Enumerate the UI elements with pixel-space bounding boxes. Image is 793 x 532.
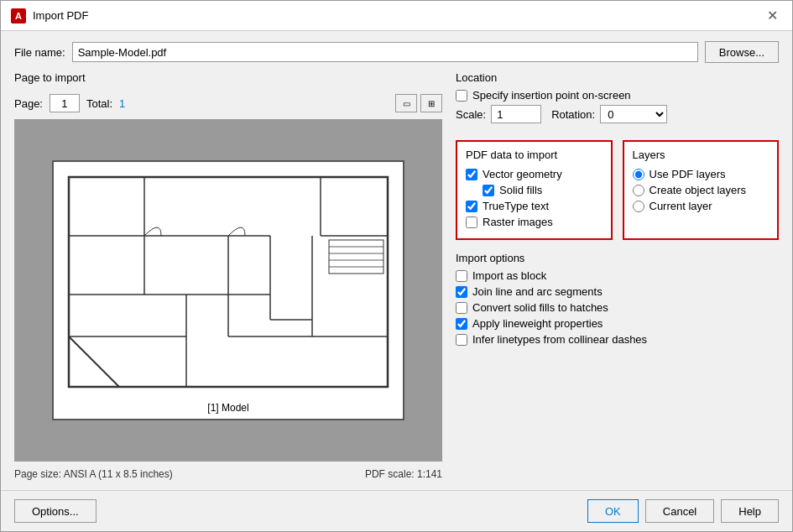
pdf-data-title: PDF data to import	[466, 149, 603, 161]
raster-label: Raster images	[483, 216, 553, 228]
layers-box: Layers Use PDF layers Create object laye…	[623, 140, 780, 240]
dialog-title: Import PDF	[33, 9, 88, 22]
location-section: Location Specify insertion point on-scre…	[456, 71, 779, 123]
insertion-point-label: Specify insertion point on-screen	[472, 89, 631, 102]
app-icon: A	[11, 8, 26, 23]
current-layer-label: Current layer	[650, 200, 712, 212]
import-options-section: Import options Import as block Join line…	[456, 252, 779, 349]
view-buttons: ▭ ⊞	[395, 94, 442, 112]
page-to-import-label: Page to import	[14, 71, 442, 84]
preview-label: [1] Model	[207, 402, 248, 414]
main-content: Page to import Page: Total: 1 ▭ ⊞	[14, 71, 779, 480]
convert-fills-label: Convert solid fills to hatches	[472, 301, 608, 314]
apply-lineweight-label: Apply lineweight properties	[472, 317, 603, 330]
file-name-input[interactable]	[72, 42, 698, 62]
options-button[interactable]: Options...	[14, 499, 97, 523]
browse-button[interactable]: Browse...	[705, 41, 779, 63]
preview-inner: [1] Model	[52, 160, 404, 420]
file-row: File name: Browse...	[14, 41, 779, 63]
use-pdf-layers-row: Use PDF layers	[633, 168, 770, 180]
left-panel: Page to import Page: Total: 1 ▭ ⊞	[14, 71, 442, 480]
create-object-layers-row: Create object layers	[633, 184, 770, 196]
rotation-group: Rotation: 0 90 180 270	[551, 105, 667, 123]
location-title: Location	[456, 71, 779, 84]
right-panel: Location Specify insertion point on-scre…	[456, 71, 779, 480]
vector-geometry-label: Vector geometry	[483, 168, 562, 180]
infer-linetypes-row: Infer linetypes from collinear dashes	[456, 333, 779, 346]
import-as-block-row: Import as block	[456, 269, 779, 282]
join-line-checkbox[interactable]	[456, 286, 467, 298]
solid-fills-checkbox[interactable]	[483, 185, 494, 196]
infer-linetypes-checkbox[interactable]	[456, 334, 467, 346]
bottom-left: Options...	[14, 499, 97, 523]
help-button[interactable]: Help	[721, 499, 779, 523]
truetype-checkbox[interactable]	[466, 201, 477, 212]
preview-area: [1] Model	[14, 119, 442, 462]
insertion-point-row: Specify insertion point on-screen	[456, 89, 779, 102]
join-line-label: Join line and arc segments	[472, 285, 603, 298]
scale-input[interactable]	[491, 105, 541, 123]
solid-fills-row: Solid fills	[483, 184, 603, 196]
page-input[interactable]	[50, 94, 80, 112]
single-view-button[interactable]: ▭	[395, 94, 417, 112]
convert-fills-checkbox[interactable]	[456, 302, 467, 314]
current-layer-row: Current layer	[633, 200, 770, 212]
file-name-label: File name:	[14, 46, 65, 59]
insertion-point-checkbox[interactable]	[456, 90, 467, 102]
raster-row: Raster images	[466, 216, 603, 228]
import-pdf-dialog: A Import PDF ✕ File name: Browse... Page…	[0, 0, 793, 532]
grid-view-button[interactable]: ⊞	[420, 94, 442, 112]
infer-linetypes-label: Infer linetypes from collinear dashes	[472, 333, 647, 346]
current-layer-radio[interactable]	[633, 201, 644, 212]
boxes-row: PDF data to import Vector geometry Solid…	[456, 140, 779, 240]
layers-title: Layers	[633, 149, 770, 161]
page-size-text: Page size: ANSI A (11 x 8.5 inches)	[14, 468, 173, 480]
raster-checkbox[interactable]	[466, 216, 477, 228]
scale-group: Scale:	[456, 105, 541, 123]
create-object-layers-label: Create object layers	[650, 184, 747, 196]
vector-geometry-checkbox[interactable]	[466, 169, 477, 180]
rotation-label: Rotation:	[551, 108, 595, 121]
solid-fills-label: Solid fills	[499, 184, 542, 196]
page-controls: Page: Total: 1 ▭ ⊞	[14, 94, 442, 112]
rotation-select[interactable]: 0 90 180 270	[600, 105, 667, 123]
ok-button[interactable]: OK	[587, 499, 639, 523]
import-options-title: Import options	[456, 252, 779, 264]
vector-geometry-row: Vector geometry	[466, 168, 603, 180]
import-as-block-label: Import as block	[472, 269, 546, 282]
scale-rotation-row: Scale: Rotation: 0 90 180 270	[456, 105, 779, 123]
convert-fills-row: Convert solid fills to hatches	[456, 301, 779, 314]
use-pdf-layers-radio[interactable]	[633, 169, 644, 180]
page-label: Page:	[14, 97, 43, 110]
page-size-row: Page size: ANSI A (11 x 8.5 inches) PDF …	[14, 468, 442, 480]
import-as-block-checkbox[interactable]	[456, 270, 467, 282]
apply-lineweight-row: Apply lineweight properties	[456, 317, 779, 330]
apply-lineweight-checkbox[interactable]	[456, 318, 467, 330]
bottom-bar: Options... OK Cancel Help	[1, 490, 792, 531]
dialog-body: File name: Browse... Page to import Page…	[1, 31, 792, 490]
total-label: Total:	[86, 97, 112, 110]
join-line-row: Join line and arc segments	[456, 285, 779, 298]
pdf-data-box: PDF data to import Vector geometry Solid…	[456, 140, 613, 240]
cancel-button[interactable]: Cancel	[645, 499, 714, 523]
use-pdf-layers-label: Use PDF layers	[650, 168, 726, 180]
title-bar-left: A Import PDF	[11, 8, 88, 23]
total-value: 1	[119, 97, 125, 110]
svg-line-21	[69, 336, 119, 387]
svg-rect-16	[329, 240, 383, 274]
truetype-row: TrueType text	[466, 200, 603, 212]
create-object-layers-radio[interactable]	[633, 185, 644, 196]
scale-label: Scale:	[456, 108, 486, 121]
floor-plan-svg	[60, 169, 396, 395]
bottom-right: OK Cancel Help	[587, 499, 779, 523]
close-button[interactable]: ✕	[762, 6, 782, 26]
pdf-scale-text: PDF scale: 1:141	[365, 468, 442, 480]
title-bar: A Import PDF ✕	[1, 1, 792, 31]
truetype-label: TrueType text	[483, 200, 549, 212]
